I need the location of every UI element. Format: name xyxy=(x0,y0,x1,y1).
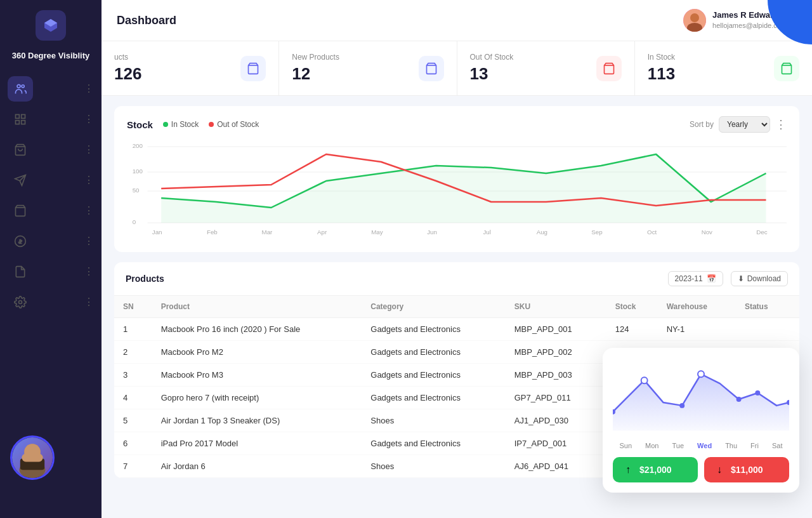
user-avatar-sidebar[interactable] xyxy=(10,435,55,480)
svg-text:Jan: Jan xyxy=(152,229,162,236)
svg-point-50 xyxy=(737,397,742,402)
sidebar-item-cart[interactable]: ⋮ xyxy=(0,137,102,163)
people-icon-btn[interactable] xyxy=(8,76,33,102)
settings-icon-btn[interactable] xyxy=(8,289,33,315)
logo[interactable] xyxy=(36,10,66,41)
dots-cart: ⋮ xyxy=(84,143,94,156)
download-button[interactable]: ⬇ Download xyxy=(731,271,788,286)
floating-widget: Sun Mon Tue Wed Thu Fri Sat ↑ $21,000 ↓ … xyxy=(603,348,799,493)
cell-product: iPad Pro 2017 Model xyxy=(152,432,362,455)
chart-icon-btn[interactable] xyxy=(8,107,33,132)
cell-warehouse: NY-1 xyxy=(658,318,736,341)
col-warehouse: Warehouse xyxy=(658,296,736,318)
cell-sn: 6 xyxy=(114,432,152,455)
dots-send: ⋮ xyxy=(84,174,94,186)
svg-marker-45 xyxy=(613,374,789,430)
cell-sku: IP7_APD_001 xyxy=(506,432,606,455)
stat-label-3: In Stock xyxy=(648,53,675,62)
legend-dot-in-stock xyxy=(163,122,168,127)
col-category: Category xyxy=(362,296,505,318)
header: Dashboard James R Edward hellojames@alpi… xyxy=(102,0,812,41)
stat-out-of-stock: Out Of Stock 13 xyxy=(457,41,634,95)
cell-stock: 124 xyxy=(606,318,658,341)
svg-text:0: 0 xyxy=(133,219,136,225)
cell-sn: 7 xyxy=(114,455,152,478)
stat-icon-0 xyxy=(240,56,266,81)
svg-text:Dec: Dec xyxy=(756,229,768,236)
svg-point-18 xyxy=(690,13,699,22)
sidebar-item-currency[interactable]: ⋮ xyxy=(0,229,102,254)
day-tue: Tue xyxy=(672,442,684,449)
download-icon: ⬇ xyxy=(738,274,744,283)
svg-text:Apr: Apr xyxy=(317,229,327,236)
cell-category: Gadgets and Electronics xyxy=(362,341,505,364)
cell-category: Gadgets and Electronics xyxy=(362,432,505,455)
svg-point-49 xyxy=(698,371,704,377)
svg-rect-2 xyxy=(16,114,20,118)
stat-value-0: 126 xyxy=(114,64,141,84)
chart-title: Stock xyxy=(127,119,153,130)
stat-label-0: ucts xyxy=(114,53,141,62)
sidebar-item-send[interactable]: ⋮ xyxy=(0,168,102,193)
cell-sn: 1 xyxy=(114,318,152,341)
table-row: 1 Macbook Pro 16 inch (2020 ) For Sale G… xyxy=(114,318,799,341)
svg-text:Sep: Sep xyxy=(591,229,602,236)
chart-more-icon[interactable]: ⋮ xyxy=(775,117,787,131)
cell-sku: MBP_APD_001 xyxy=(506,318,606,341)
cell-sn: 3 xyxy=(114,364,152,387)
sidebar-item-settings[interactable]: ⋮ xyxy=(0,289,102,315)
cell-category: Gadgets and Electronics xyxy=(362,318,505,341)
day-wed: Wed xyxy=(697,442,712,449)
date-filter[interactable]: 2023-11 📅 xyxy=(668,271,723,286)
page-title: Dashboard xyxy=(117,14,176,27)
bag-icon-btn[interactable] xyxy=(8,198,33,223)
doc-icon-btn[interactable] xyxy=(8,259,33,284)
svg-text:Nov: Nov xyxy=(702,229,713,236)
svg-text:Mar: Mar xyxy=(262,229,273,236)
svg-point-0 xyxy=(17,84,20,88)
legend-dot-out-stock xyxy=(209,122,214,127)
stat-new-products: New Products 12 xyxy=(279,41,456,95)
cell-product: Air Jordan 1 Top 3 Sneaker (DS) xyxy=(152,409,362,432)
svg-point-1 xyxy=(22,84,24,87)
svg-rect-5 xyxy=(16,120,20,124)
widget-days: Sun Mon Tue Wed Thu Fri Sat xyxy=(613,442,789,449)
sort-select[interactable]: Yearly Monthly Weekly xyxy=(719,116,770,133)
cell-sn: 4 xyxy=(114,387,152,409)
sidebar-item-doc[interactable]: ⋮ xyxy=(0,259,102,284)
stat-value-1: 12 xyxy=(292,64,339,84)
svg-text:Oct: Oct xyxy=(647,229,657,236)
brand-text: 360 Degree Visiblity xyxy=(12,51,90,61)
col-product: Product xyxy=(152,296,362,318)
stat-label-2: Out Of Stock xyxy=(470,53,514,62)
send-icon-btn[interactable] xyxy=(8,168,33,193)
sidebar-item-bag[interactable]: ⋮ xyxy=(0,198,102,223)
stat-value-2: 13 xyxy=(470,64,514,84)
download-label: Download xyxy=(747,274,781,283)
widget-stat-up: ↑ $21,000 xyxy=(613,457,698,482)
legend-in-stock: In Stock xyxy=(163,120,199,129)
legend-label-in-stock: In Stock xyxy=(171,120,199,129)
svg-text:Jul: Jul xyxy=(483,229,490,236)
dots-chart: ⋮ xyxy=(84,113,94,125)
widget-stat-down: ↓ $11,000 xyxy=(704,457,789,482)
cart-icon-btn[interactable] xyxy=(8,137,33,163)
widget-chart xyxy=(613,358,789,434)
cell-sku: MBP_APD_002 xyxy=(506,341,606,364)
sidebar-item-chart[interactable]: ⋮ xyxy=(0,107,102,132)
day-thu: Thu xyxy=(725,442,737,449)
cell-category: Gadgets and Electronics xyxy=(362,387,505,409)
day-fri: Fri xyxy=(750,442,759,449)
svg-text:Jun: Jun xyxy=(427,229,437,236)
cell-category: Gadgets and Electronics xyxy=(362,364,505,387)
stock-chart: 200 100 50 0 xyxy=(127,140,787,242)
col-sn: SN xyxy=(114,296,152,318)
stat-icon-2 xyxy=(596,56,622,81)
cell-sku: GP7_APD_011 xyxy=(506,387,606,409)
svg-point-11 xyxy=(19,300,22,303)
col-sku: SKU xyxy=(506,296,606,318)
sidebar-item-people[interactable]: ⋮ xyxy=(0,76,102,102)
dots-doc: ⋮ xyxy=(84,265,94,277)
currency-icon-btn[interactable] xyxy=(8,229,33,254)
cell-product: Macbook Pro M2 xyxy=(152,341,362,364)
